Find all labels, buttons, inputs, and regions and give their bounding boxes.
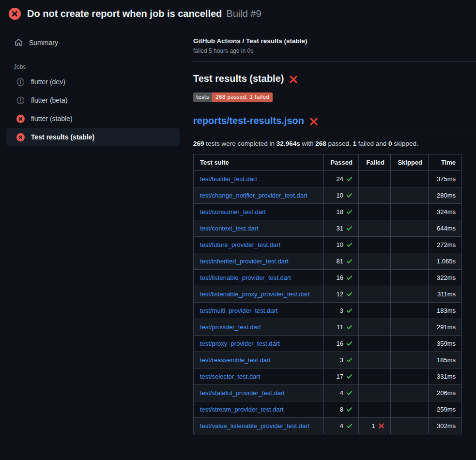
passed-cell: 12 [324,286,359,303]
suite-cell: test/proxy_provider_test.dart [194,336,324,352]
divider [193,61,476,62]
suite-link[interactable]: test/consumer_test.dart [200,208,266,215]
suite-link[interactable]: test/inherited_provider_test.dart [200,258,289,265]
failed-icon [9,8,21,20]
passed-count: 3 [340,307,343,314]
passed-cell: 3 [324,303,359,319]
check-icon [343,225,353,232]
table-row: test/future_provider_test.dart10 272ms [194,237,462,253]
table-row: test/context_test.dart31 644ms [194,220,462,237]
failed-icon [16,115,25,123]
suite-cell: test/consumer_test.dart [194,204,324,220]
passed-count: 16 [337,340,343,347]
suite-link[interactable]: test/stream_provider_test.dart [200,406,284,413]
skipped-cell [391,171,429,187]
main-content: GitHub Actions / Test results (stable) f… [185,23,476,434]
passed-count: 81 [337,258,343,265]
passed-count: 8 [340,406,343,413]
table-row: test/value_listenable_provider_test.dart… [194,418,462,434]
time-cell: 280ms [429,187,462,204]
passed-cell: 4 [324,385,359,401]
suite-cell: test/value_listenable_provider_test.dart [194,418,324,434]
suite-link[interactable]: test/future_provider_test.dart [200,241,280,248]
passed-cell: 17 [324,368,359,385]
passed-cell: 11 [324,319,359,336]
suite-link[interactable]: test/selector_test.dart [200,373,260,380]
cancelled-icon [16,78,25,86]
report-heading: reports/test-results.json [193,115,476,132]
suite-link[interactable]: test/provider_test.dart [200,323,261,331]
passed-count: 10 [337,192,343,199]
table-row: test/inherited_provider_test.dart81 1.06… [194,253,462,270]
passed-cell: 10 [324,187,359,204]
tests-status-badge: tests 268 passed, 1 failed [193,92,273,102]
sidebar-item-flutter-dev[interactable]: flutter (dev) [6,73,180,91]
passed-count: 11 [337,323,344,331]
time-cell: 183ms [429,303,462,319]
column-header-skipped: Skipped [391,154,429,171]
passed-cell: 18 [324,204,359,220]
passed-cell: 16 [324,270,359,286]
suite-link[interactable]: test/stateful_provider_test.dart [200,389,285,397]
suite-link[interactable]: test/context_test.dart [200,225,259,232]
suite-link[interactable]: test/listenable_proxy_provider_test.dart [200,291,310,298]
table-row: test/multi_provider_test.dart3 183ms [194,303,462,319]
passed-cell: 10 [324,237,359,253]
suite-cell: test/listenable_provider_test.dart [194,270,324,286]
failed-cell [359,401,391,418]
sidebar-item-test-results-stable[interactable]: Test results (stable) [6,128,180,146]
suite-link[interactable]: test/reassemble_test.dart [200,356,271,364]
table-row: test/stateful_provider_test.dart4 206ms [194,385,462,401]
table-header-row: Test suitePassedFailedSkippedTime [194,154,462,171]
suite-cell: test/stream_provider_test.dart [194,401,324,418]
skipped-cell [391,253,429,270]
summary-label: Summary [29,39,58,46]
test-summary-line: 269 tests were completed in 32.964s with… [193,140,476,147]
report-file-link[interactable]: reports/test-results.json [193,115,304,126]
failed-cell [359,187,391,204]
section-heading: Test results (stable) [193,73,476,84]
passed-cell: 24 [324,171,359,187]
failed-cell [359,253,391,270]
check-icon [343,274,353,281]
suite-link[interactable]: test/proxy_provider_test.dart [200,340,280,347]
time-cell: 272ms [429,237,462,253]
cancelled-icon [16,96,25,105]
sidebar-item-flutter-stable[interactable]: flutter (stable) [6,110,180,127]
suite-cell: test/change_notifier_provider_test.dart [194,187,324,204]
check-icon [343,291,353,298]
suite-link[interactable]: test/multi_provider_test.dart [200,307,277,314]
suite-link[interactable]: test/listenable_provider_test.dart [200,274,291,281]
home-icon [15,38,23,46]
suite-cell: test/selector_test.dart [194,368,324,385]
skipped-cell [391,368,429,385]
build-number: Build #9 [226,8,261,19]
failed-cell: 1 [359,418,391,434]
failed-cell [359,286,391,303]
failed-count: 1 [372,422,375,429]
run-header: Do not create report when job is cancell… [0,0,476,23]
suite-link[interactable]: test/builder_test.dart [200,175,257,183]
suite-cell: test/future_provider_test.dart [194,237,324,253]
badge-value: 268 passed, 1 failed [212,92,273,102]
check-icon [343,340,353,347]
time-cell: 311ms [429,286,462,303]
column-header-test-suite: Test suite [194,154,324,171]
suite-link[interactable]: test/change_notifier_provider_test.dart [200,192,307,199]
check-icon [343,208,353,215]
table-row: test/consumer_test.dart18 324ms [194,204,462,220]
time-cell: 206ms [429,385,462,401]
time-cell: 324ms [429,204,462,220]
passed-count: 12 [337,291,343,298]
time-cell: 1.065s [429,253,462,270]
suite-link[interactable]: test/value_listenable_provider_test.dart [200,422,309,429]
sidebar-item-summary[interactable]: Summary [0,34,185,50]
sidebar-item-flutter-beta[interactable]: flutter (beta) [6,92,180,109]
failed-cell [359,385,391,401]
sidebar-item-label: flutter (dev) [31,78,65,86]
check-icon [343,406,353,413]
passed-count: 18 [337,208,343,215]
job-list: flutter (dev) flutter (beta) flutter (st… [0,73,185,146]
failed-cell [359,336,391,352]
time-cell: 302ms [429,418,462,434]
